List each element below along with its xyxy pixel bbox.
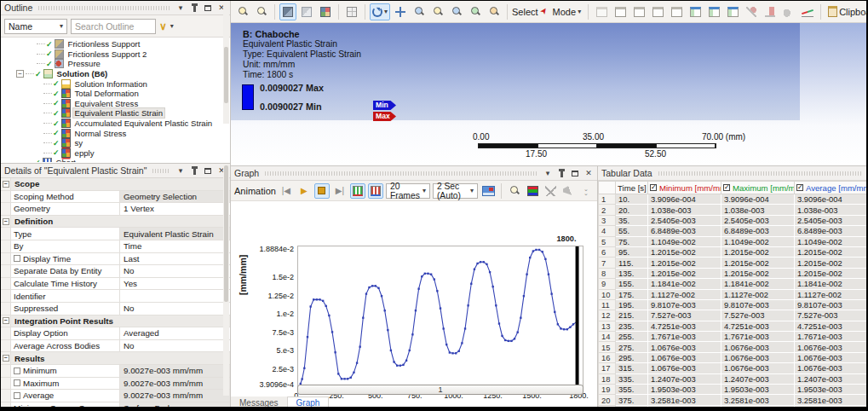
stop-icon[interactable]: [314, 183, 330, 199]
section-collapse-icon[interactable]: −: [3, 218, 9, 225]
tree-item-normal-stress[interactable]: ✓Normal Stress: [1, 128, 230, 138]
tree-item-frictionless-support-2[interactable]: ✓Frictionless Support 2: [1, 49, 230, 60]
average-column-header[interactable]: Average [mm/mm]: [795, 182, 868, 194]
frames-dropdown[interactable]: 20 Frames▾: [386, 183, 430, 199]
section-collapse-icon[interactable]: −: [3, 355, 9, 362]
outline-menu-icon[interactable]: ▾: [175, 3, 186, 13]
tree-item-solution-information[interactable]: ✓Solution Information: [1, 78, 230, 89]
details-menu-icon[interactable]: ▾: [175, 165, 186, 176]
viewport-split-3-icon[interactable]: [724, 3, 741, 20]
table-row[interactable]: 18335.1.2407e-0031.2407e-0031.2407e-003: [599, 373, 868, 384]
label-options-icon[interactable]: [593, 3, 610, 20]
chart-plot[interactable]: [297, 246, 583, 388]
details-row-minimum[interactable]: Minimum9.0027e-003 mm/mm: [1, 365, 230, 378]
select-cursor-icon[interactable]: [540, 7, 549, 17]
rgb-contours-icon[interactable]: [525, 183, 540, 199]
details-row-display-option[interactable]: Display OptionAveraged: [1, 327, 230, 340]
duration-dropdown[interactable]: 2 Sec (Auto)▾: [433, 183, 478, 199]
details-row-display-time[interactable]: Display TimeLast: [1, 253, 230, 266]
table-row[interactable]: 12215.7.527e-0037.527e-0037.527e-003: [599, 310, 868, 321]
tree-item-equivalent-stress[interactable]: ✓Equivalent Stress: [1, 99, 230, 109]
row-checkbox[interactable]: [14, 255, 20, 262]
tree-item-sy[interactable]: ✓sy: [1, 138, 230, 148]
table-row[interactable]: 20375.3.2581e-0033.2581e-0033.2581e-003: [599, 395, 868, 405]
details-row-maximum[interactable]: Maximum9.0027e-003 mm/mm: [1, 378, 230, 391]
details-row-calculate-time-history[interactable]: Calculate Time HistoryYes: [1, 278, 230, 291]
table-row[interactable]: 8135.1.2015e-0021.2015e-0021.2015e-002: [599, 268, 868, 278]
zoom-model-icon[interactable]: [467, 3, 484, 20]
details-row-geometry[interactable]: Geometry1 Vertex: [1, 203, 230, 216]
table-row[interactable]: 575.1.1049e-0021.1049e-0021.1049e-002: [599, 236, 868, 246]
window-4-icon[interactable]: [668, 3, 685, 20]
details-row-identifier[interactable]: Identifier: [1, 290, 230, 303]
maximum-checkbox[interactable]: [723, 184, 730, 191]
outline-pin-icon[interactable]: [189, 3, 199, 13]
play-icon[interactable]: ▶: [296, 183, 312, 199]
result-sets-icon[interactable]: [350, 183, 365, 199]
outline-scrollbar[interactable]: [223, 3, 229, 124]
table-row[interactable]: 19355.1.9503e-0031.9503e-0031.9503e-003: [599, 385, 868, 395]
maximum-column-header[interactable]: Maximum [mm/mm]: [721, 182, 795, 194]
clipboard-dropdown[interactable]: Clipboard▾: [825, 3, 867, 20]
minimum-column-header[interactable]: Minimum [mm/mm]: [648, 182, 721, 194]
details-pin-icon[interactable]: [189, 165, 199, 176]
geometry-viewport[interactable]: B: Chaboche Equivalent Plastic Strain Ty…: [231, 23, 867, 165]
graph-menu-icon[interactable]: ▾: [543, 168, 553, 178]
details-scrollbar[interactable]: [223, 164, 229, 396]
export-icon[interactable]: [560, 183, 576, 199]
table-row[interactable]: 695.1.2015e-0021.2015e-0021.2015e-002: [599, 246, 868, 257]
table-row[interactable]: 335.2.5405e-0032.5405e-0032.5405e-003: [599, 215, 868, 225]
name-filter-dropdown[interactable]: Name▾: [4, 19, 67, 34]
chart-tool-icon[interactable]: [799, 3, 816, 20]
tree-item-chart[interactable]: ✓Chart: [1, 158, 230, 162]
select-label[interactable]: Select: [512, 7, 538, 17]
row-checkbox[interactable]: [14, 379, 20, 386]
rotate-icon[interactable]: ▾: [370, 3, 390, 20]
table-row[interactable]: 11195.9.8107e-0039.8107e-0039.8107e-003: [599, 299, 868, 310]
details-row-type[interactable]: TypeEquivalent Plastic Strain: [1, 228, 230, 240]
tree-item-equivalent-plastic-strain[interactable]: ✓Equivalent Plastic Strain: [1, 108, 230, 119]
table-row[interactable]: 7115.1.2015e-0021.2015e-0021.2015e-002: [599, 258, 868, 268]
zoom-selection-icon[interactable]: [448, 3, 465, 20]
table-row[interactable]: 13235.4.7251e-0034.7251e-0034.7251e-003: [599, 321, 868, 331]
window-2-icon[interactable]: [630, 3, 647, 20]
window-3-icon[interactable]: [649, 3, 666, 20]
export-video-icon[interactable]: [480, 183, 496, 199]
table-row[interactable]: 17315.1.0676e-0031.0676e-0031.0676e-003: [599, 363, 868, 373]
section-collapse-icon[interactable]: −: [3, 181, 9, 188]
first-frame-icon[interactable]: |◀: [279, 183, 294, 199]
tree-item-pressure[interactable]: ✓Pressure: [1, 59, 230, 69]
details-row-average[interactable]: Average9.0027e-003 mm/mm: [1, 390, 230, 402]
grid-icon[interactable]: [343, 3, 360, 20]
section-collapse-icon[interactable]: −: [3, 317, 9, 324]
details-row-suppressed[interactable]: SuppressedNo: [1, 303, 230, 315]
flag-annotation-icon[interactable]: [762, 3, 779, 20]
row-checkbox[interactable]: [14, 392, 20, 399]
show-mesh-icon[interactable]: [317, 3, 334, 20]
details-row-scoping-method[interactable]: Scoping MethodGeometry Selection: [1, 191, 230, 204]
details-row-separate-data-by-entity[interactable]: Separate Data by EntityNo: [1, 265, 230, 278]
details-row-average-across-bodies[interactable]: Average Across BodiesNo: [1, 340, 230, 353]
outline-maximize-icon[interactable]: [203, 3, 213, 13]
zoom-in-icon[interactable]: [234, 3, 251, 20]
graph-close-icon[interactable]: ✕: [583, 168, 594, 178]
comment-icon[interactable]: [780, 3, 797, 20]
average-checkbox[interactable]: [796, 184, 803, 191]
minimum-checkbox[interactable]: [650, 184, 657, 191]
details-row-by[interactable]: ByTime: [1, 240, 230, 253]
details-maximize-icon[interactable]: [203, 165, 213, 176]
time-decay-icon[interactable]: [368, 183, 383, 199]
tree-item-total-deformation[interactable]: ✓Total Deformation: [1, 89, 230, 99]
tree-item-solution-b6-[interactable]: −✓Solution (B6): [1, 69, 230, 79]
cut-frames-icon[interactable]: [543, 183, 558, 199]
table-row[interactable]: 10175.1.1127e-0021.1127e-0021.1127e-002: [599, 289, 868, 299]
zoom-fit-icon[interactable]: [429, 3, 446, 20]
time-column-header[interactable]: Time [s]: [616, 182, 648, 194]
tree-item-epply[interactable]: ✓epply: [1, 148, 230, 159]
collapse-icon[interactable]: −: [16, 70, 24, 78]
table-row[interactable]: 110.3.9096e-0043.9096e-0043.9096e-004: [599, 194, 868, 205]
viewport-split-2-icon[interactable]: [705, 3, 722, 20]
window-1-icon[interactable]: [612, 3, 629, 20]
table-row[interactable]: 16295.1.0676e-0031.0676e-0031.0676e-003: [599, 352, 868, 362]
row-checkbox[interactable]: [14, 368, 20, 374]
